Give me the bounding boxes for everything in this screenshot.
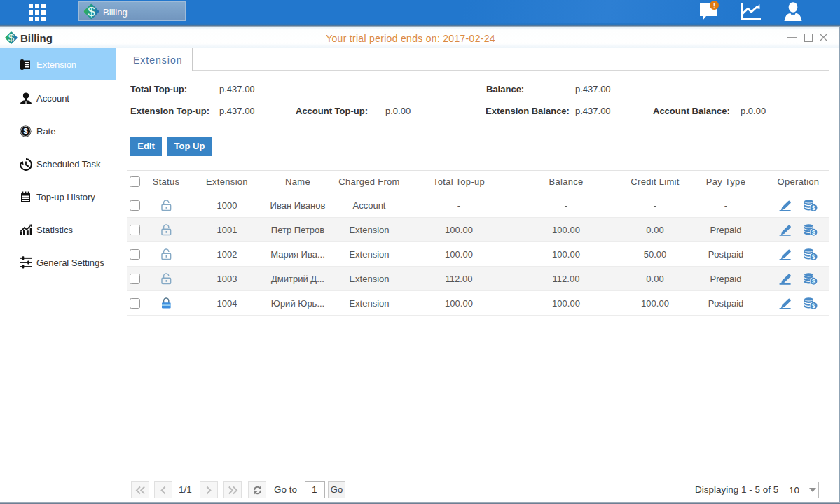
svg-text:$: $ [812,204,815,211]
svg-text:$: $ [88,4,95,19]
svg-text:$: $ [812,229,815,236]
svg-text:$: $ [23,127,27,135]
svg-text:$: $ [812,278,815,285]
svg-text:$: $ [812,302,815,309]
svg-text:!: ! [713,2,715,10]
svg-text:$: $ [812,253,815,260]
